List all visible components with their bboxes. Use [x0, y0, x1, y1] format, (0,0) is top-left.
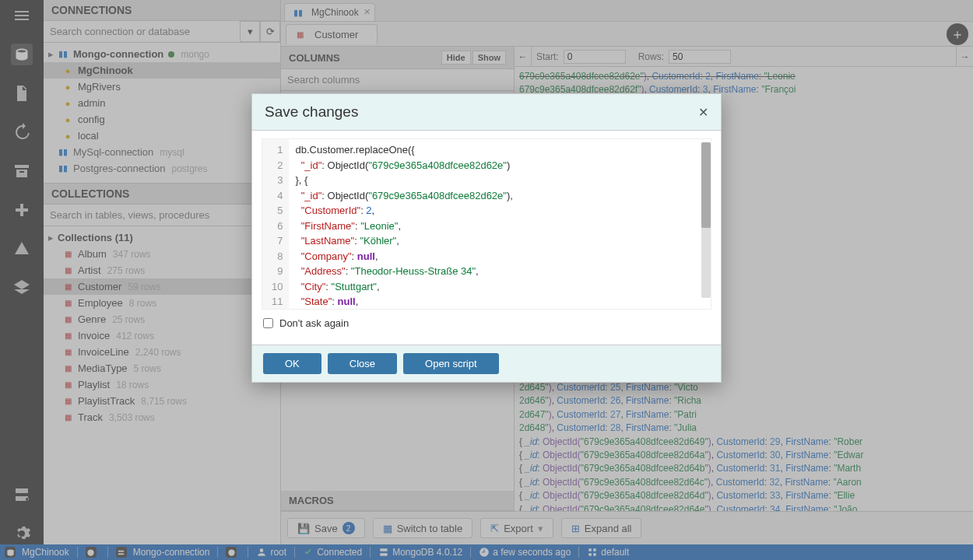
script-preview[interactable]: 123456789101112131415 db.Customer.replac… [262, 138, 711, 310]
save-changes-modal: Save changes ✕ 123456789101112131415 db.… [251, 93, 722, 383]
modal-title: Save changes [265, 103, 358, 121]
dont-ask-label: Don't ask again [279, 317, 349, 329]
ok-button[interactable]: OK [263, 353, 321, 374]
scrollbar[interactable] [701, 142, 711, 298]
dont-ask-checkbox[interactable] [263, 318, 273, 328]
modal-overlay: Save changes ✕ 123456789101112131415 db.… [0, 0, 973, 560]
close-button[interactable]: Close [328, 353, 397, 374]
open-script-button[interactable]: Open script [403, 353, 498, 374]
close-icon[interactable]: ✕ [698, 105, 708, 120]
